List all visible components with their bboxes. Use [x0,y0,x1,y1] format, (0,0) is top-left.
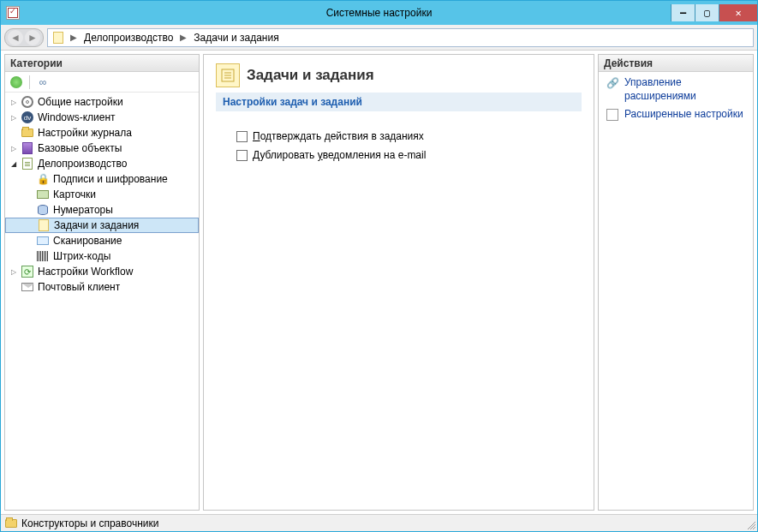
tree-label: Карточки [53,188,96,200]
tasks-icon [216,63,240,87]
scan-icon [36,234,50,248]
window-controls: — ▢ ✕ [671,4,757,21]
tree-label: Штрих-коды [53,250,110,262]
breadcrumb[interactable]: ▶ Делопроизводство ▶ Задачи и задания [47,28,754,47]
categories-tree[interactable]: Общие настройки dv Windows-клиент Настро… [5,93,199,510]
key-icon: 🔒 [36,172,50,186]
tree-label: Почтовый клиент [38,281,120,293]
tree-item-general[interactable]: Общие настройки [5,94,199,110]
card-icon [36,188,50,201]
window-title: Системные настройки [326,7,433,19]
folder-icon [4,517,18,530]
categories-panel: Категории ∞ Общие настройки dv Windows-к… [4,54,200,511]
settings-icon [606,108,619,122]
workflow-icon: ⟳ [21,265,34,278]
action-label: Расширенные настройки [624,108,743,122]
tree-label: Настройки Workflow [38,266,133,278]
breadcrumb-item-2[interactable]: Задачи и задания [192,32,280,44]
expander-icon[interactable] [9,266,19,277]
database-icon [36,203,50,217]
client-area: Категории ∞ Общие настройки dv Windows-к… [1,51,757,514]
tasks-icon [37,218,51,232]
actions-panel: Действия 🔗 Управление расширениями Расши… [598,54,754,511]
expander-icon[interactable] [9,143,19,153]
status-text: Конструкторы и справочники [21,517,158,529]
checkbox-label: Подтверждать действия в заданиях [253,130,424,142]
page-title-row: Задачи и задания [216,60,582,93]
confirm-actions-checkbox[interactable]: Подтверждать действия в заданиях [216,129,582,144]
resize-grip[interactable] [745,519,755,529]
expander-icon[interactable] [9,158,19,169]
expander-icon[interactable] [9,97,19,107]
tree-label: Задачи и задания [54,219,139,231]
gear-icon [21,95,34,109]
tree-label: Windows-клиент [38,111,116,123]
minimize-button[interactable]: — [671,4,695,21]
tree-item-cards[interactable]: Карточки [5,187,199,202]
dv-icon: dv [21,111,34,124]
duplicate-email-checkbox[interactable]: Дублировать уведомления на e-mail [216,147,582,163]
tree-item-windows-client[interactable]: dv Windows-клиент [5,110,199,125]
tree-item-log-settings[interactable]: Настройки журнала [5,125,199,140]
tree-label: Базовые объекты [38,142,122,154]
open-folder-button[interactable] [9,75,24,90]
folder-icon [21,126,34,140]
breadcrumb-item-1[interactable]: Делопроизводство [82,32,175,44]
expander-icon [9,282,19,292]
app-window: Системные настройки — ▢ ✕ ◄ ► ▶ Делопрои… [0,0,758,532]
document-icon [21,157,34,170]
tree-label: Общие настройки [38,96,123,108]
objects-icon [21,141,34,155]
mail-icon [21,280,34,294]
expander-icon [9,128,19,138]
action-manage-extensions[interactable]: 🔗 Управление расширениями [602,74,749,105]
tree-label: Настройки журнала [38,127,132,139]
nav-buttons: ◄ ► [4,28,44,47]
nav-back-button[interactable]: ◄ [8,30,23,45]
page-title: Задачи и задания [247,67,374,84]
tree-item-signatures[interactable]: 🔒 Подписи и шифрование [5,171,199,187]
expander-icon[interactable] [9,112,19,123]
categories-toolbar: ∞ [5,72,199,93]
content-panel: Задачи и задания Настройки задач и задан… [203,54,594,511]
section-header: Настройки задач и заданий [216,93,582,111]
tree-item-scanning[interactable]: Сканирование [5,233,199,248]
navbar: ◄ ► ▶ Делопроизводство ▶ Задачи и задани… [1,25,757,51]
tree-item-numerators[interactable]: Нумераторы [5,202,199,218]
actions-list: 🔗 Управление расширениями Расширенные на… [599,72,753,126]
tree-label: Делопроизводство [38,158,127,170]
tree-item-tasks[interactable]: Задачи и задания [5,218,199,233]
tree-item-paperwork[interactable]: Делопроизводство [5,156,199,171]
titlebar: Системные настройки — ▢ ✕ [1,1,757,25]
tree-label: Подписи и шифрование [53,173,168,185]
checkbox-icon[interactable] [236,150,248,161]
tree-label: Нумераторы [53,204,113,216]
link-icon: 🔗 [606,76,619,90]
action-label: Управление расширениями [624,76,746,103]
tree-item-barcodes[interactable]: Штрих-коды [5,248,199,264]
action-advanced-settings[interactable]: Расширенные настройки [602,105,749,124]
tree-label: Сканирование [53,235,122,247]
chevron-right-icon: ▶ [180,33,187,42]
barcode-icon [36,249,50,263]
checkbox-icon[interactable] [236,131,248,142]
categories-header: Категории [5,55,199,72]
chevron-right-icon: ▶ [70,33,77,42]
app-icon [6,6,20,20]
tree-item-base-objects[interactable]: Базовые объекты [5,140,199,156]
statusbar: Конструкторы и справочники [1,514,757,531]
tree-item-mail-client[interactable]: Почтовый клиент [5,279,199,295]
tasks-icon [51,31,65,45]
separator [29,75,30,89]
actions-header: Действия [599,55,753,72]
link-button[interactable]: ∞ [35,75,51,90]
maximize-button[interactable]: ▢ [695,4,719,21]
nav-forward-button[interactable]: ► [25,30,40,45]
close-button[interactable]: ✕ [719,4,757,21]
checkbox-label: Дублировать уведомления на e-mail [253,149,426,161]
tree-item-workflow[interactable]: ⟳ Настройки Workflow [5,264,199,279]
